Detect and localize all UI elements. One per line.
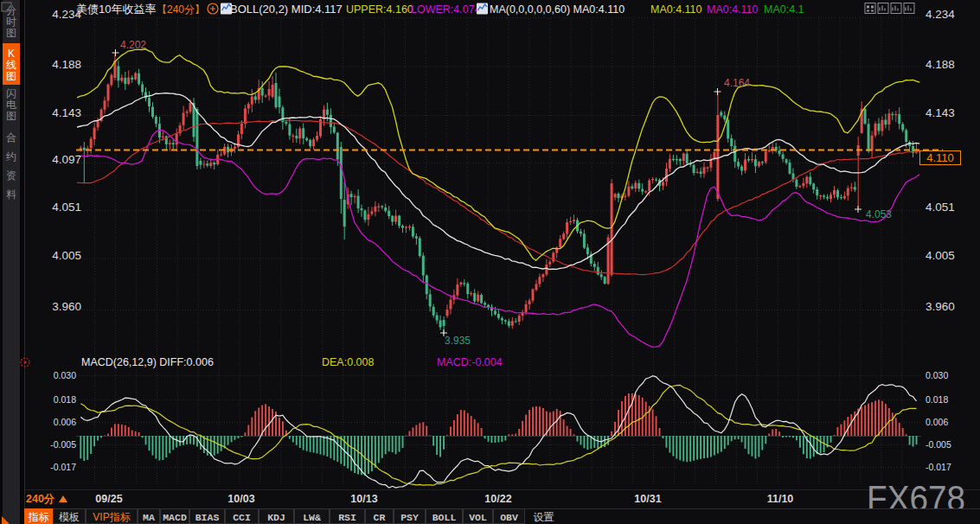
svg-text:0.006: 0.006	[926, 417, 948, 427]
svg-text:图: 图	[6, 27, 16, 39]
svg-text:11/10: 11/10	[767, 493, 794, 505]
svg-text:时: 时	[6, 16, 16, 28]
svg-text:4.005: 4.005	[52, 249, 81, 262]
svg-text:-0.017: -0.017	[50, 462, 76, 472]
svg-text:-0.005: -0.005	[50, 439, 76, 450]
svg-text:4.188: 4.188	[926, 58, 955, 71]
svg-text:DEA:0.008: DEA:0.008	[322, 356, 375, 368]
svg-text:闪: 闪	[6, 87, 16, 99]
svg-text:LOWER:4.074: LOWER:4.074	[411, 3, 481, 16]
svg-text:4.005: 4.005	[926, 249, 955, 262]
svg-text:约: 约	[6, 150, 16, 163]
svg-text:10/31: 10/31	[634, 493, 661, 505]
svg-text:3.935: 3.935	[445, 335, 471, 347]
svg-text:10/03: 10/03	[227, 493, 254, 505]
svg-text:UPPER:4.160: UPPER:4.160	[346, 3, 413, 16]
svg-text:美债10年收益率: 美债10年收益率	[76, 3, 156, 16]
svg-text:PSY: PSY	[400, 512, 419, 523]
svg-text:MA(0,0,0,0,0,60) MA0:4.110: MA(0,0,0,0,0,60) MA0:4.110	[490, 3, 625, 16]
svg-text:CCI: CCI	[233, 512, 251, 523]
svg-text:4.202: 4.202	[120, 39, 146, 51]
svg-text:MACD(26,12,9) DIFF:0.006: MACD(26,12,9) DIFF:0.006	[81, 356, 214, 368]
svg-text:09/25: 09/25	[95, 493, 122, 505]
svg-text:BIAS: BIAS	[195, 512, 220, 523]
svg-text:VOL: VOL	[469, 512, 487, 523]
svg-text:MA0:4.110: MA0:4.110	[707, 3, 759, 16]
svg-text:0.006: 0.006	[54, 417, 76, 427]
svg-text:合: 合	[6, 131, 16, 144]
svg-text:10/22: 10/22	[484, 493, 511, 505]
svg-text:0.030: 0.030	[926, 370, 948, 380]
svg-text:KDJ: KDJ	[267, 512, 285, 523]
svg-text:OBV: OBV	[500, 512, 518, 523]
svg-text:MA: MA	[143, 512, 155, 523]
svg-text:0.018: 0.018	[926, 394, 948, 405]
svg-text:4.143: 4.143	[926, 106, 955, 119]
svg-text:-0.005: -0.005	[926, 439, 951, 450]
svg-text:4.051: 4.051	[926, 201, 955, 214]
svg-text:4.188: 4.188	[52, 58, 81, 71]
svg-text:240分: 240分	[26, 493, 55, 505]
svg-text:BOLL: BOLL	[432, 512, 457, 523]
svg-text:线: 线	[6, 59, 16, 71]
svg-text:4.110: 4.110	[926, 151, 954, 164]
svg-text:4.234: 4.234	[52, 8, 81, 21]
svg-text:VIP指标: VIP指标	[93, 511, 131, 523]
svg-text:【240分】: 【240分】	[157, 3, 205, 16]
svg-text:4.234: 4.234	[926, 8, 955, 21]
svg-text:4.053: 4.053	[866, 208, 892, 220]
svg-text:0.018: 0.018	[54, 394, 76, 405]
svg-text:10/13: 10/13	[350, 493, 377, 505]
svg-text:设置: 设置	[534, 511, 554, 523]
svg-text:模板: 模板	[59, 511, 80, 523]
svg-text:资: 资	[6, 169, 16, 182]
svg-text:CR: CR	[374, 512, 386, 523]
svg-text:MACD:-0.004: MACD:-0.004	[437, 356, 503, 368]
svg-text:MA0:4.110: MA0:4.110	[650, 3, 702, 16]
svg-text:电: 电	[6, 99, 16, 111]
svg-text:图: 图	[6, 70, 16, 82]
svg-text:MA0:4.1: MA0:4.1	[764, 3, 804, 16]
svg-text:指标: 指标	[28, 511, 50, 523]
svg-text:4.097: 4.097	[52, 153, 81, 166]
svg-text:4.143: 4.143	[52, 106, 81, 119]
svg-text:BOLL(20,2) MID:4.117: BOLL(20,2) MID:4.117	[230, 3, 343, 16]
svg-text:4.051: 4.051	[52, 201, 81, 214]
svg-text:3.960: 3.960	[926, 300, 955, 313]
svg-text:RSI: RSI	[338, 512, 356, 523]
svg-text:-0.017: -0.017	[926, 462, 951, 472]
svg-text:图: 图	[6, 110, 16, 122]
svg-text:LW&: LW&	[303, 512, 321, 523]
svg-text:3.960: 3.960	[52, 300, 81, 313]
svg-text:料: 料	[6, 189, 16, 201]
svg-text:4.164: 4.164	[724, 77, 750, 89]
svg-text:0.030: 0.030	[54, 370, 76, 380]
svg-text:K: K	[8, 48, 15, 60]
svg-text:MACD: MACD	[163, 512, 187, 523]
